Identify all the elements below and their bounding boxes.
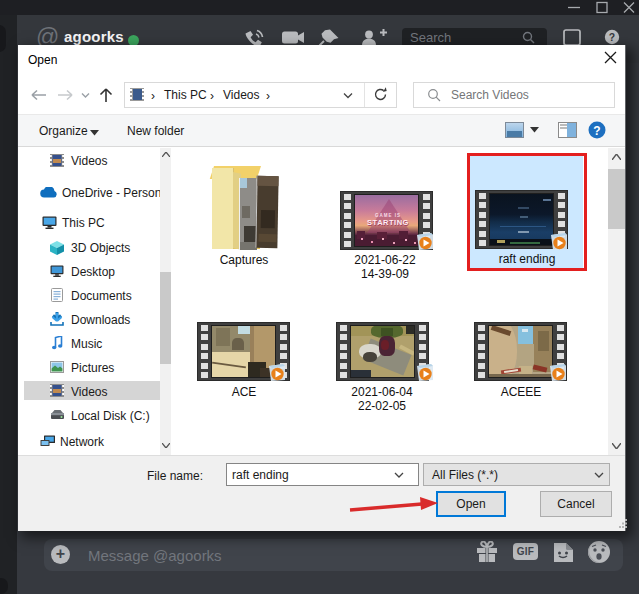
svg-text:?: ? [593, 124, 600, 138]
svg-text:?: ? [609, 32, 615, 43]
